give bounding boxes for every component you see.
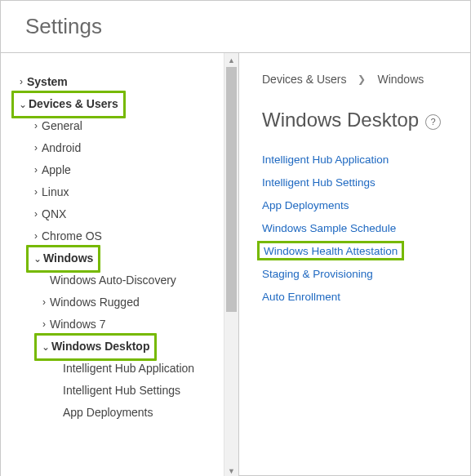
settings-link[interactable]: Staging & Provisioning	[262, 268, 373, 280]
highlight-box: ⌄Devices & Users	[11, 91, 126, 118]
settings-link[interactable]: Windows Sample Schedule	[262, 222, 396, 234]
link-row: Intelligent Hub Application	[262, 148, 454, 171]
settings-link[interactable]: Auto Enrollment	[262, 291, 340, 303]
question-glyph: ?	[431, 118, 436, 127]
tree-item-label: Devices & Users	[29, 97, 118, 110]
tree-item[interactable]: ›Chrome OS	[16, 225, 232, 247]
chevron-right-icon[interactable]: ›	[30, 137, 42, 159]
settings-link[interactable]: Intelligent Hub Application	[262, 153, 389, 166]
tree-item-label: Windows 7	[50, 314, 105, 336]
tree-item[interactable]: ›Intelligent Hub Settings	[16, 380, 232, 402]
chevron-down-icon[interactable]: ⌄	[40, 336, 51, 358]
tree-item[interactable]: ›General	[16, 115, 232, 137]
tree-item-label: Apple	[42, 159, 71, 181]
chevron-down-icon[interactable]: ⌄	[17, 94, 29, 116]
caret-spacer: ›	[38, 269, 50, 291]
tree-item-label: Chrome OS	[42, 225, 102, 247]
tree-item-label: QNX	[42, 203, 66, 225]
tree-item[interactable]: ›Apple	[16, 159, 232, 181]
tree-item[interactable]: ⌄Windows Desktop	[16, 336, 232, 358]
sidebar-panel: ›System⌄Devices & Users›General›Android›…	[1, 52, 239, 476]
tree-item-label: Intelligent Hub Application	[63, 358, 194, 380]
scroll-thumb[interactable]	[226, 67, 237, 312]
tree-item-label: Intelligent Hub Settings	[63, 380, 180, 402]
highlight-box: ⌄Windows Desktop	[34, 333, 157, 361]
link-row: Auto Enrollment	[262, 285, 454, 308]
chevron-right-icon[interactable]: ›	[30, 203, 42, 225]
chevron-right-icon[interactable]: ›	[30, 181, 42, 203]
link-row: Windows Sample Schedule	[262, 216, 454, 239]
tree-item[interactable]: ›QNX	[16, 203, 232, 225]
chevron-right-icon[interactable]: ›	[30, 115, 42, 137]
tree-item-label: General	[42, 115, 82, 137]
tree-item-label: System	[27, 71, 68, 93]
breadcrumb: Devices & Users ❯ Windows	[262, 73, 454, 86]
tree-item[interactable]: ›System	[16, 71, 232, 93]
page-title: Settings	[1, 1, 470, 52]
tree-item-label: Android	[42, 137, 81, 159]
chevron-right-icon[interactable]: ›	[30, 159, 42, 181]
highlight-box: ⌄Windows	[26, 245, 100, 273]
tree-item-label: Linux	[42, 181, 69, 203]
sidebar-scrollbar[interactable]: ▲ ▼	[224, 53, 238, 476]
settings-frame: Settings ›System⌄Devices & Users›General…	[0, 0, 471, 476]
tree-item[interactable]: ›Android	[16, 137, 232, 159]
tree-item-label: Windows Auto-Discovery	[50, 269, 176, 291]
link-row: Windows Health Attestation	[262, 239, 454, 262]
caret-spacer: ›	[51, 380, 63, 402]
scroll-up-button[interactable]: ▲	[224, 53, 238, 67]
tree-item[interactable]: ›Windows 7	[16, 314, 232, 336]
tree-item-label: Windows Rugged	[50, 291, 140, 314]
chevron-down-icon[interactable]: ⌄	[32, 248, 43, 270]
tree-item[interactable]: ›Linux	[16, 181, 232, 203]
chevron-right-icon[interactable]: ›	[16, 71, 27, 93]
highlight-box: Windows Health Attestation	[257, 241, 404, 260]
breadcrumb-current: Windows	[377, 73, 424, 86]
tree-item-label: App Deployments	[63, 402, 153, 424]
settings-link-list: Intelligent Hub ApplicationIntelligent H…	[262, 148, 454, 308]
caret-spacer: ›	[51, 358, 63, 380]
tree-item[interactable]: ›App Deployments	[16, 402, 232, 424]
tree-item[interactable]: ›Windows Rugged	[16, 291, 232, 314]
tree-item-label: Windows	[43, 251, 93, 265]
settings-link[interactable]: Intelligent Hub Settings	[262, 176, 375, 189]
tree-item[interactable]: ›Intelligent Hub Application	[16, 358, 232, 380]
settings-link[interactable]: Windows Health Attestation	[264, 245, 398, 257]
tree-item-label: Windows Desktop	[51, 340, 149, 353]
columns: ›System⌄Devices & Users›General›Android›…	[1, 52, 470, 476]
chevron-right-icon[interactable]: ›	[30, 225, 42, 247]
heading-text: Windows Desktop	[262, 109, 419, 131]
link-row: Intelligent Hub Settings	[262, 171, 454, 194]
settings-tree: ›System⌄Devices & Users›General›Android›…	[1, 53, 238, 476]
main-heading: Windows Desktop ?	[262, 109, 454, 131]
help-icon[interactable]: ?	[425, 114, 441, 130]
link-row: App Deployments	[262, 194, 454, 216]
chevron-right-icon[interactable]: ›	[38, 314, 50, 336]
chevron-right-icon: ❯	[358, 73, 366, 85]
caret-spacer: ›	[51, 402, 63, 424]
scroll-down-button[interactable]: ▼	[224, 464, 238, 476]
link-row: Staging & Provisioning	[262, 262, 454, 285]
triangle-up-icon: ▲	[228, 56, 235, 65]
breadcrumb-parent[interactable]: Devices & Users	[262, 73, 346, 86]
chevron-right-icon[interactable]: ›	[38, 291, 50, 314]
main-panel: Devices & Users ❯ Windows Windows Deskto…	[239, 52, 470, 476]
settings-link[interactable]: App Deployments	[262, 199, 349, 211]
tree-item[interactable]: ⌄Windows	[16, 247, 232, 269]
triangle-down-icon: ▼	[228, 467, 235, 475]
tree-item[interactable]: ›Windows Auto-Discovery	[16, 269, 232, 291]
tree-item[interactable]: ⌄Devices & Users	[16, 93, 232, 115]
